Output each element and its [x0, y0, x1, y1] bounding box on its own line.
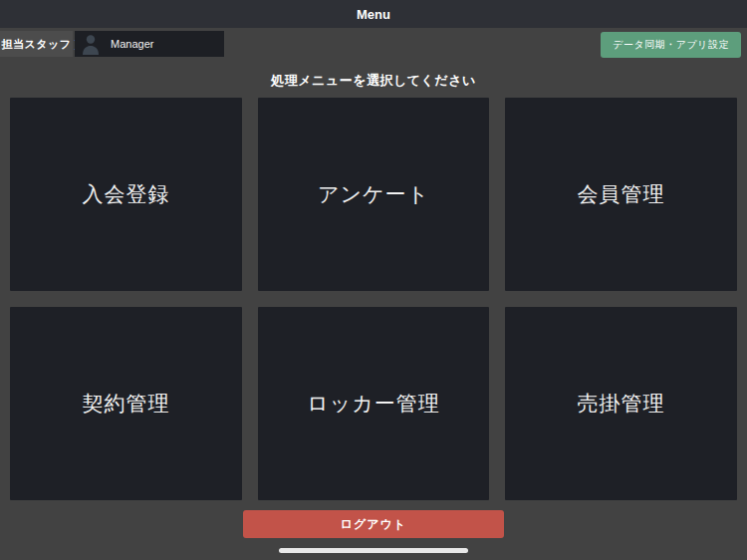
- top-bar: Menu: [0, 0, 747, 28]
- staff-role-label: [ 担当スタッフ ]: [0, 31, 73, 57]
- staff-selector[interactable]: Manager: [75, 31, 224, 57]
- menu-tile-contract-management[interactable]: 契約管理: [10, 307, 242, 500]
- menu-tile-enrollment[interactable]: 入会登録: [10, 98, 242, 291]
- staff-selector-value: Manager: [111, 38, 153, 50]
- menu-grid: 入会登録 アンケート 会員管理 契約管理 ロッカー管理 売掛管理: [10, 98, 737, 500]
- page-title: Menu: [357, 7, 390, 22]
- data-sync-app-settings-button[interactable]: データ同期・アプリ設定: [601, 32, 741, 58]
- person-icon: [81, 33, 101, 55]
- menu-tile-member-management[interactable]: 会員管理: [505, 98, 737, 291]
- menu-tile-locker-management[interactable]: ロッカー管理: [258, 307, 489, 500]
- menu-prompt: 処理メニューを選択してください: [0, 72, 747, 90]
- logout-button[interactable]: ログアウト: [243, 510, 504, 538]
- menu-tile-receivables-management[interactable]: 売掛管理: [505, 307, 737, 500]
- home-indicator[interactable]: [279, 548, 468, 553]
- menu-tile-survey[interactable]: アンケート: [258, 98, 489, 291]
